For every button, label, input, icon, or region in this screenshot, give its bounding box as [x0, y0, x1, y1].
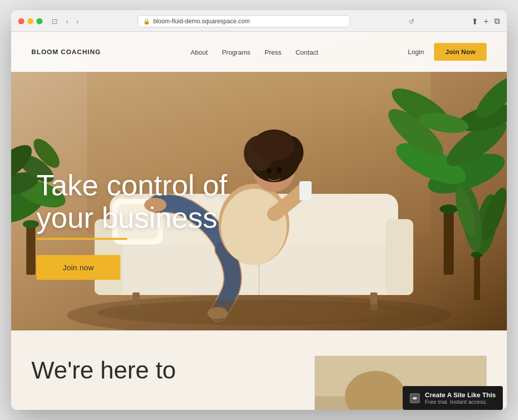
svg-point-49 [117, 304, 401, 322]
hero-underline-decoration [36, 238, 127, 240]
svg-point-39 [221, 189, 287, 265]
refresh-button[interactable]: ↺ [409, 18, 414, 25]
url-display: bloom-fluid-demo.squarespace.com [153, 18, 250, 25]
headline-line1: Take control of [36, 169, 227, 201]
svg-point-46 [267, 168, 272, 174]
svg-point-12 [440, 204, 458, 214]
maximize-button[interactable] [36, 18, 42, 24]
browser-action-buttons: ⬆ ＋ ⧉ [471, 16, 500, 27]
below-fold-text: We're here to [31, 356, 294, 385]
site-logo: BLOOM COACHING [31, 48, 101, 56]
window-controls [18, 18, 42, 24]
svg-rect-30 [385, 219, 413, 295]
headline-line2: your business [36, 201, 218, 234]
nav-links: About Programs Press Contact [191, 48, 318, 57]
join-now-button[interactable]: Join Now [434, 43, 487, 61]
hero-cta-button[interactable]: Join now [36, 255, 120, 280]
svg-rect-40 [299, 181, 312, 200]
below-fold-heading: We're here to [31, 356, 294, 385]
svg-rect-21 [474, 255, 480, 300]
nav-right: Login Join Now [408, 43, 487, 61]
navbar: BLOOM COACHING About Programs Press Cont… [11, 32, 507, 72]
squarespace-badge-subtitle: Free trial. Instant access. [425, 399, 496, 405]
browser-chrome: ⊡ ‹ › 🔒 bloom-fluid-demo.squarespace.com… [11, 10, 507, 32]
navigation-controls: ⊡ ‹ › [50, 17, 80, 26]
nav-forward-button[interactable]: › [74, 17, 81, 26]
nav-programs[interactable]: Programs [222, 49, 250, 56]
svg-rect-3 [26, 224, 35, 275]
address-bar[interactable]: 🔒 bloom-fluid-demo.squarespace.com [138, 15, 350, 27]
close-button[interactable] [18, 18, 24, 24]
new-tab-button[interactable]: ＋ [482, 16, 490, 27]
hero-content: Take control of your business Join now [36, 169, 227, 280]
squarespace-badge[interactable]: Create A Site Like This Free trial. Inst… [403, 386, 503, 410]
minimize-button[interactable] [27, 18, 33, 24]
lock-icon: 🔒 [143, 18, 150, 25]
browser-window: ⊡ ‹ › 🔒 bloom-fluid-demo.squarespace.com… [11, 10, 507, 410]
login-link[interactable]: Login [408, 48, 424, 56]
squarespace-badge-title: Create A Site Like This [425, 391, 496, 399]
squarespace-badge-text: Create A Site Like This Free trial. Inst… [425, 391, 496, 405]
website-content: BLOOM COACHING About Programs Press Cont… [11, 32, 507, 410]
nav-about[interactable]: About [191, 49, 208, 56]
tabs-button[interactable]: ⧉ [494, 17, 500, 26]
svg-rect-11 [444, 209, 454, 275]
svg-point-45 [254, 131, 294, 161]
back-button[interactable]: ⊡ [50, 17, 60, 26]
hero-headline: Take control of your business [36, 169, 227, 234]
svg-point-47 [277, 167, 282, 173]
nav-back-button[interactable]: ‹ [64, 17, 70, 26]
squarespace-logo-icon [410, 393, 420, 403]
share-button[interactable]: ⬆ [471, 17, 478, 26]
nav-contact[interactable]: Contact [295, 49, 318, 56]
nav-press[interactable]: Press [265, 49, 281, 56]
hero-section: BLOOM COACHING About Programs Press Cont… [11, 32, 507, 330]
